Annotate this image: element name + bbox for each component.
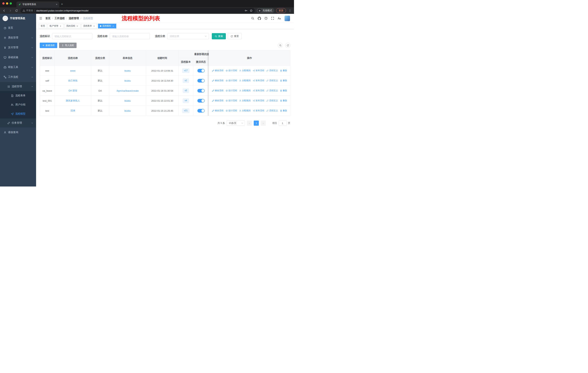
fullscreen-icon[interactable] — [271, 17, 274, 20]
publish-process-link[interactable]: 发布流程 — [253, 79, 264, 82]
edit-process-link[interactable]: 修改流程 — [212, 69, 223, 72]
tag-close-icon[interactable]: × — [59, 25, 62, 27]
back-button[interactable] — [2, 8, 6, 13]
delete-process-link[interactable]: 删除 — [280, 89, 287, 92]
sidebar-item-pay[interactable]: 支付管理 — [0, 43, 36, 52]
edit-process-link[interactable]: 修改流程 — [212, 99, 223, 102]
github-icon[interactable] — [258, 17, 261, 20]
breadcrumb-process-mgmt[interactable]: 流程管理 — [69, 17, 79, 20]
assign-rule-link[interactable]: 分配规则 — [239, 109, 251, 112]
active-toggle[interactable] — [197, 69, 205, 72]
breadcrumb-workflow[interactable]: 工作流程 — [54, 17, 65, 20]
delete-process-link[interactable]: 删除 — [280, 99, 287, 102]
url-text[interactable]: dashboard.yudao.iocoder.cn/bpm/manager/m… — [36, 9, 243, 12]
password-key-icon[interactable] — [245, 9, 248, 12]
page-number-button[interactable]: 1 — [254, 121, 259, 126]
publish-process-link[interactable]: 发布流程 — [253, 99, 264, 102]
reload-button[interactable] — [14, 8, 19, 13]
toggle-search-button[interactable] — [278, 43, 283, 48]
design-process-link[interactable]: 设计流程 — [226, 99, 237, 102]
process-name-input[interactable] — [110, 33, 150, 39]
sidebar-item-workflow[interactable]: 工作流程 — [0, 72, 36, 82]
close-window-button[interactable] — [2, 2, 5, 5]
user-avatar[interactable] — [284, 16, 290, 21]
sidebar-item-process-form[interactable]: 流程表单 — [0, 91, 36, 100]
active-toggle[interactable] — [197, 89, 205, 92]
active-toggle[interactable] — [197, 109, 205, 112]
tag-tenant[interactable]: 租户管理 × — [48, 24, 64, 28]
sidebar-item-dev[interactable]: 研发工具 — [0, 62, 36, 72]
sidebar-item-infra[interactable]: 基础设施 — [0, 52, 36, 62]
design-process-link[interactable]: 设计流程 — [226, 89, 237, 92]
sidebar-item-leave-query[interactable]: 请假查询 — [0, 128, 36, 137]
help-icon[interactable] — [264, 17, 268, 20]
collapse-sidebar-icon[interactable] — [39, 17, 42, 20]
tag-close-icon[interactable]: × — [76, 25, 79, 27]
font-size-icon[interactable] — [278, 17, 281, 20]
publish-process-link[interactable]: 发布流程 — [253, 69, 264, 72]
edit-process-link[interactable]: 修改流程 — [212, 109, 223, 112]
tag-close-icon[interactable]: × — [93, 25, 95, 27]
search-icon[interactable] — [251, 17, 254, 20]
next-page-button[interactable]: › — [261, 121, 266, 126]
form-info-link[interactable]: biubiu — [125, 69, 131, 72]
tag-process-form[interactable]: 流程表单 × — [81, 24, 97, 28]
assign-rule-link[interactable]: 分配规则 — [239, 99, 251, 102]
minimize-window-button[interactable] — [6, 2, 8, 5]
tab-close-icon[interactable]: × — [56, 3, 57, 6]
sidebar-item-home[interactable]: 首页 — [0, 23, 36, 33]
form-info-link[interactable]: /bpm/oa/leave/create — [116, 90, 138, 92]
category-select[interactable]: 流程分类 — [167, 33, 209, 39]
assign-rule-link[interactable]: 分配规则 — [239, 79, 251, 82]
process-definition-link[interactable]: 流程定义 — [266, 99, 278, 102]
tag-close-icon[interactable]: × — [112, 25, 115, 27]
address-bar[interactable]: 不安全 dashboard.yudao.iocoder.cn/bpm/manag… — [21, 8, 255, 13]
chrome-update-button[interactable]: 更新 — [276, 8, 286, 13]
process-id-input[interactable] — [52, 33, 92, 39]
process-name-link[interactable]: 测试多审批人 — [66, 99, 80, 102]
tag-my-process[interactable]: 我的流程 × — [64, 24, 80, 28]
delete-process-link[interactable]: 删除 — [280, 69, 287, 72]
bookmark-star-icon[interactable] — [250, 9, 253, 12]
create-process-button[interactable]: 新建流程 — [40, 43, 57, 48]
assign-rule-link[interactable]: 分配规则 — [239, 69, 251, 72]
sidebar-item-process-model[interactable]: 流程模型 — [0, 109, 36, 118]
design-process-link[interactable]: 设计流程 — [226, 109, 237, 112]
edit-process-link[interactable]: 修改流程 — [212, 79, 223, 82]
assign-rule-link[interactable]: 分配规则 — [239, 89, 251, 92]
design-process-link[interactable]: 设计流程 — [226, 79, 237, 82]
new-tab-button[interactable]: + — [59, 1, 65, 7]
refresh-table-button[interactable] — [285, 43, 290, 48]
forward-button[interactable] — [8, 8, 12, 13]
process-name-link[interactable]: eeee — [70, 69, 75, 72]
form-info-link[interactable]: biubiu — [125, 100, 131, 102]
page-size-select[interactable]: 10条/页 — [227, 121, 245, 126]
tag-process-model[interactable]: 流程模型 × — [98, 24, 116, 28]
process-name-link[interactable]: 自己审批 — [68, 79, 78, 82]
process-definition-link[interactable]: 流程定义 — [266, 69, 278, 72]
design-process-link[interactable]: 设计流程 — [226, 69, 237, 72]
tag-home[interactable]: 首页 — [39, 24, 47, 28]
sidebar-item-process-mgmt[interactable]: 流程管理 — [0, 82, 36, 91]
publish-process-link[interactable]: 发布流程 — [253, 89, 264, 92]
active-toggle[interactable] — [197, 99, 205, 102]
process-name-link[interactable]: 滔博 — [71, 109, 75, 112]
publish-process-link[interactable]: 发布流程 — [253, 109, 264, 112]
delete-process-link[interactable]: 删除 — [280, 109, 287, 112]
zoom-window-button[interactable] — [10, 2, 12, 5]
sidebar-item-system[interactable]: 系统管理 — [0, 33, 36, 43]
process-definition-link[interactable]: 流程定义 — [266, 79, 278, 82]
window-controls[interactable] — [2, 2, 12, 5]
process-definition-link[interactable]: 流程定义 — [266, 89, 278, 92]
import-process-button[interactable]: 导入流程 — [59, 43, 77, 48]
sidebar-item-user-group[interactable]: 用户分组 — [0, 100, 36, 109]
browser-tab[interactable]: 芋道管理系统 × — [16, 1, 59, 7]
search-button[interactable]: 搜索 — [212, 33, 226, 39]
security-indicator[interactable]: 不安全 — [23, 9, 33, 12]
reset-button[interactable]: 重置 — [228, 33, 242, 39]
form-info-link[interactable]: biubiu — [125, 110, 131, 112]
form-info-link[interactable]: biubiu — [125, 80, 131, 82]
process-definition-link[interactable]: 流程定义 — [266, 109, 278, 112]
browser-menu-icon[interactable]: ⋮ — [288, 9, 292, 12]
delete-process-link[interactable]: 删除 — [280, 79, 287, 82]
